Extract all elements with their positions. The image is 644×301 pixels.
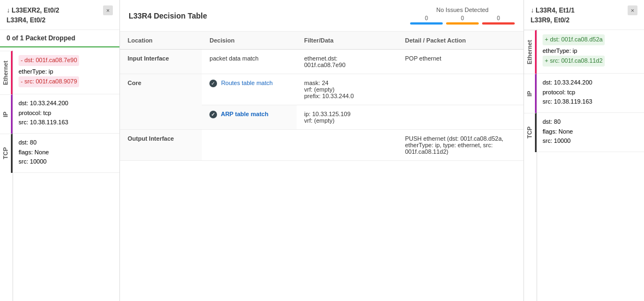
packet-dropped-label: 0 of 1 Packet Dropped [0,30,119,47]
right-tcp-flags: flags: None [543,127,639,137]
prog-item-blue: 0 [410,15,443,25]
decision-routes-match: ✓ Routes table match [202,74,296,105]
tcp-layer-label: TCP [0,134,13,173]
center-panel: L33R4 Decision Table No Issues Detected … [120,0,524,301]
left-title-line2: L33R4, Et0/2 [7,15,59,25]
right-ip-label: IP [524,74,537,113]
left-tcp-data: dst: 80 flags: None src: 10000 [13,134,119,173]
left-title-line1: ↓ L33EXR2, Et0/2 [7,5,59,15]
left-panel: ↓ L33EXR2, Et0/2 L33R4, Et0/2 × 0 of 1 P… [0,0,120,301]
left-layer-data: - dst: 001f.ca08.7e90 etherType: ip - sr… [13,51,119,301]
eth-src: - src: 001f.ca08.9079 [19,76,114,88]
filter-arp: ip: 10.33.125.109vrf: (empty) [297,105,398,130]
center-header: L33R4 Decision Table No Issues Detected … [120,0,523,32]
right-ethernet-label: Ethernet [524,30,537,74]
col-decision: Decision [202,32,296,50]
right-tcp-src: src: 10000 [543,136,639,146]
location-input-interface: Input Interface [120,50,202,74]
ip-protocol: protocol: tcp [19,109,114,118]
detail-push-ethernet: PUSH ethernet (dst: 001f.ca08.d52a, ethe… [398,130,523,161]
no-issues-label: No Issues Detected [410,7,515,13]
decision-packet-data: packet data match [202,50,296,74]
left-ip-data: dst: 10.33.244.200 protocol: tcp src: 10… [13,94,119,134]
table-row: Core ✓ Routes table match mask: 24vrf: (… [120,74,523,105]
detail-routes [398,74,523,105]
right-panel-title: ↓ L33R4, Et1/1 L33R9, Et0/2 [531,5,575,25]
check-icon-arp: ✓ [209,111,217,118]
col-filter: Filter/Data [297,32,398,50]
right-panel: ↓ L33R4, Et1/1 L33R9, Et0/2 × Ethernet I… [524,0,644,301]
no-issues-section: No Issues Detected 0 0 0 [410,7,515,25]
prog-line-blue [410,22,443,25]
right-ip-data: dst: 10.33.244.200 protocol: tcp src: 10… [537,74,644,113]
right-eth-type: etherType: ip [543,46,639,56]
ethernet-layer-label: Ethernet [0,51,13,94]
prog-item-orange: 0 [446,15,479,25]
decision-table: Location Decision Filter/Data Detail / P… [120,32,523,161]
right-title-line2: L33R9, Et0/2 [531,15,575,25]
right-tcp-label: TCP [524,113,537,152]
arrow-right-icon: ↓ [531,7,535,14]
col-detail: Detail / Packet Action [398,32,523,50]
table-row: Input Interface packet data match ethern… [120,50,523,74]
location-output-interface: Output Interface [120,130,202,161]
left-panel-title: ↓ L33EXR2, Et0/2 L33R4, Et0/2 [7,5,59,25]
right-ip-dst: dst: 10.33.244.200 [543,78,639,88]
decision-output [202,130,296,161]
right-eth-dst: + dst: 001f.ca08.d52a [543,34,639,46]
right-ip-src: src: 10.38.119.163 [543,97,639,107]
ip-dst: dst: 10.33.244.200 [19,99,114,109]
right-title-line1: ↓ L33R4, Et1/1 [531,5,575,15]
prog-item-red: 0 [482,15,515,25]
left-layer-section: Ethernet IP TCP - dst: 001f.ca08.7e90 et… [0,51,119,301]
right-panel-close-button[interactable]: × [628,5,637,15]
ip-src: src: 10.38.119.163 [19,118,114,128]
right-tcp-data: dst: 80 flags: None src: 10000 [537,113,644,152]
arrow-icon: ↓ [7,7,11,14]
eth-type: etherType: ip [19,67,114,77]
right-layer-section: Ethernet IP TCP + dst: 001f.ca08.d52a et… [524,30,644,301]
filter-routes: mask: 24vrf: (empty)prefix: 10.33.244.0 [297,74,398,105]
decision-table-container: Location Decision Filter/Data Detail / P… [120,32,523,301]
location-core: Core [120,74,202,130]
prog-line-orange [446,22,479,25]
left-layer-labels: Ethernet IP TCP [0,51,13,301]
filter-ethernet-dst: ethernet.dst:001f.ca08.7e90 [297,50,398,74]
table-row: Output Interface PUSH ethernet (dst: 001… [120,130,523,161]
detail-arp [398,105,523,130]
center-title: L33R4 Decision Table [129,11,207,20]
right-ethernet-data: + dst: 001f.ca08.d52a etherType: ip + sr… [537,30,644,74]
routes-table-match-link[interactable]: Routes table match [221,80,273,86]
col-location: Location [120,32,202,50]
check-icon: ✓ [209,80,217,87]
left-panel-close-button[interactable]: × [103,5,113,15]
right-layer-labels: Ethernet IP TCP [524,30,537,301]
detail-pop-ethernet: POP ethernet [398,50,523,74]
tcp-flags: flags: None [19,148,114,158]
eth-dst: - dst: 001f.ca08.7e90 [19,55,114,67]
right-tcp-dst: dst: 80 [543,117,639,127]
decision-arp-match: ✓ ARP table match [202,105,296,130]
arp-table-match-link[interactable]: ARP table match [221,111,268,117]
right-panel-header: ↓ L33R4, Et1/1 L33R9, Et0/2 × [524,0,644,30]
right-layer-data: + dst: 001f.ca08.d52a etherType: ip + sr… [537,30,644,301]
tcp-src: src: 10000 [19,157,114,167]
left-ethernet-data: - dst: 001f.ca08.7e90 etherType: ip - sr… [13,51,119,94]
tcp-dst: dst: 80 [19,138,114,148]
prog-line-red [482,22,515,25]
table-header-row: Location Decision Filter/Data Detail / P… [120,32,523,50]
ip-layer-label: IP [0,94,13,134]
right-ip-protocol: protocol: tcp [543,88,639,98]
right-eth-src: + src: 001f.ca08.11d2 [543,56,639,68]
left-panel-header: ↓ L33EXR2, Et0/2 L33R4, Et0/2 × [0,0,119,30]
progress-bars: 0 0 0 [410,15,515,25]
filter-output [297,130,398,161]
